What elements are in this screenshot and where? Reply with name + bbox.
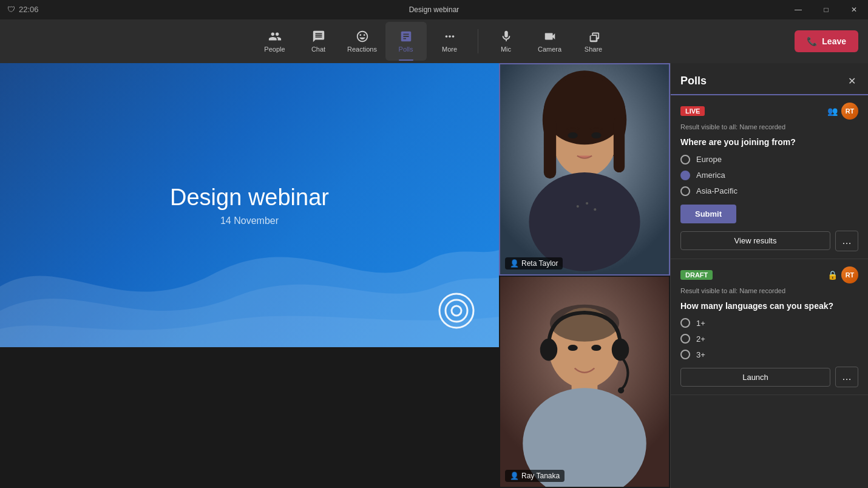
- svg-point-11: [577, 205, 579, 208]
- slide-title: Design webinar: [170, 185, 329, 211]
- toolbar-center: People Chat Reactions Polls: [254, 22, 614, 61]
- poll-radio-america[interactable]: [680, 171, 690, 180]
- person-silhouette-reta: [500, 64, 669, 274]
- poll-live-actions: View results …: [680, 231, 858, 251]
- mic-button[interactable]: Mic: [486, 22, 527, 61]
- people-button[interactable]: People: [254, 22, 296, 61]
- poll-status-area: LIVE: [680, 106, 705, 116]
- poll-card-live: LIVE 👥 RT Result visible to all: Name re…: [671, 95, 868, 259]
- chat-button[interactable]: Chat: [298, 22, 339, 61]
- svg-point-13: [594, 208, 596, 211]
- poll-submit-button[interactable]: Submit: [680, 205, 736, 223]
- share-icon: [587, 30, 600, 43]
- polls-title: Polls: [680, 75, 707, 87]
- poll-draft-question: How many languages can you speak?: [680, 300, 858, 313]
- toolbar-separator: [478, 29, 478, 53]
- poll-avatar-1: RT: [841, 103, 858, 120]
- svg-point-21: [540, 339, 557, 361]
- poll-launch-button[interactable]: Launch: [680, 368, 830, 387]
- svg-point-23: [618, 387, 624, 393]
- poll-draft-meta-text: Result visible to all: Name recorded: [680, 287, 858, 294]
- poll-live-badge: LIVE: [680, 106, 705, 116]
- close-button[interactable]: ✕: [840, 0, 868, 19]
- poll-option-asiapacific: Asia-Pacific: [680, 186, 858, 196]
- poll-live-meta: 👥 RT: [827, 103, 858, 120]
- poll-option-3plus: 3+: [680, 350, 858, 359]
- poll-radio-asiapacific[interactable]: [680, 186, 690, 196]
- poll-live-question: Where are you joining from?: [680, 137, 858, 149]
- video-item-reta: 👤 Reta Taylor: [499, 63, 670, 276]
- polls-sidebar: Polls ✕ LIVE 👥 RT Result visible to all:…: [670, 63, 868, 488]
- camera-icon: [543, 30, 557, 43]
- video-name-ray: 👤 Ray Tanaka: [505, 470, 565, 482]
- poll-avatar-2: RT: [841, 266, 858, 283]
- share-label: Share: [585, 46, 602, 53]
- chat-label: Chat: [311, 46, 325, 53]
- polls-icon: [399, 30, 413, 43]
- share-button[interactable]: Share: [573, 22, 614, 61]
- slide-bottom-area: [0, 347, 499, 488]
- svg-point-15: [591, 132, 601, 138]
- left-section: Design webinar 14 November: [0, 63, 499, 488]
- chat-icon: [312, 30, 325, 43]
- svg-rect-7: [544, 117, 556, 179]
- poll-more-actions-button[interactable]: …: [835, 231, 858, 251]
- polls-button[interactable]: Polls: [385, 22, 427, 61]
- svg-rect-8: [614, 117, 625, 173]
- leave-button[interactable]: 📞 Leave: [795, 30, 858, 52]
- leave-area: 📞 Leave: [795, 30, 858, 52]
- poll-option-label-1plus: 1+: [696, 319, 705, 328]
- poll-draft-meta: 🔒 RT: [827, 266, 858, 283]
- poll-radio-europe[interactable]: [680, 155, 690, 164]
- video-name-reta: 👤 Reta Taylor: [505, 257, 563, 269]
- window-controls: — □ ✕: [784, 0, 868, 19]
- poll-draft-actions: Launch …: [680, 367, 858, 387]
- svg-point-25: [591, 345, 601, 351]
- poll-option-europe: Europe: [680, 155, 858, 164]
- shield-area: 🛡 22:06: [7, 5, 39, 14]
- poll-user-group-icon: 👥: [827, 106, 838, 116]
- poll-draft-more-actions-button[interactable]: …: [835, 367, 858, 387]
- camera-button[interactable]: Camera: [529, 22, 571, 61]
- view-results-button[interactable]: View results: [680, 231, 830, 250]
- svg-point-10: [529, 172, 640, 271]
- svg-point-1: [446, 300, 467, 322]
- svg-point-14: [568, 132, 578, 138]
- svg-point-12: [586, 202, 588, 205]
- presentation-slide: Design webinar 14 November: [0, 63, 499, 347]
- mic-icon: [500, 30, 513, 43]
- polls-header: Polls ✕: [671, 63, 868, 95]
- maximize-button[interactable]: □: [812, 0, 840, 19]
- window-title: Design webinar: [409, 5, 459, 14]
- camera-label: Camera: [538, 46, 561, 53]
- poll-draft-badge: DRAFT: [680, 270, 713, 280]
- leave-phone-icon: 📞: [807, 36, 817, 46]
- person-silhouette-ray: [500, 277, 669, 487]
- poll-card-draft-header: DRAFT 🔒 RT: [680, 266, 858, 283]
- minimize-button[interactable]: —: [784, 0, 812, 19]
- poll-radio-2plus[interactable]: [680, 334, 690, 344]
- polls-label: Polls: [399, 46, 413, 53]
- poll-radio-3plus[interactable]: [680, 350, 690, 359]
- more-button[interactable]: More: [429, 22, 470, 61]
- more-label: More: [442, 46, 457, 53]
- poll-lock-icon: 🔒: [827, 270, 838, 280]
- poll-radio-1plus[interactable]: [680, 318, 690, 328]
- reactions-button[interactable]: Reactions: [342, 22, 383, 61]
- title-bar: 🛡 22:06 Design webinar — □ ✕: [0, 0, 868, 19]
- video-name-label-reta: Reta Taylor: [521, 259, 558, 268]
- svg-point-24: [568, 345, 578, 351]
- poll-option-america: America: [680, 171, 858, 180]
- reactions-icon: [356, 30, 369, 43]
- people-label: People: [264, 46, 285, 53]
- poll-option-label-3plus: 3+: [696, 350, 705, 359]
- poll-option-label-europe: Europe: [696, 155, 722, 164]
- more-icon: [443, 30, 456, 43]
- time-display: 22:06: [19, 5, 39, 14]
- polls-close-button[interactable]: ✕: [846, 73, 858, 89]
- reactions-label: Reactions: [347, 46, 377, 53]
- poll-option-label-2plus: 2+: [696, 334, 705, 344]
- people-icon: [268, 30, 282, 43]
- poll-live-meta-text: Result visible to all: Name recorded: [680, 123, 858, 130]
- video-person-icon-reta: 👤: [510, 259, 519, 268]
